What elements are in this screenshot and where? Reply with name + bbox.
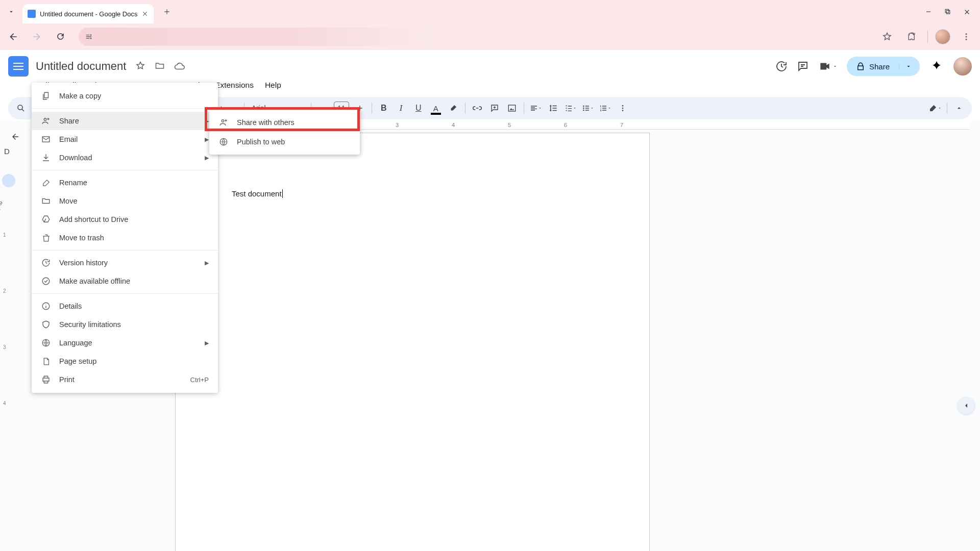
add-comment-button[interactable] — [487, 101, 502, 116]
menu-shortcut: Ctrl+P — [190, 376, 209, 384]
maximize-button[interactable] — [944, 8, 951, 16]
docs-home-button[interactable] — [8, 56, 29, 77]
share-button[interactable]: Share — [847, 57, 920, 76]
address-bar[interactable] — [79, 28, 436, 46]
italic-button[interactable]: I — [394, 101, 409, 116]
file-menu-download[interactable]: Download ▶ — [32, 148, 218, 167]
file-menu-security[interactable]: Security limitations — [32, 315, 218, 334]
reload-button[interactable] — [52, 29, 68, 45]
menu-label: Share with others — [237, 118, 295, 127]
insert-link-button[interactable] — [470, 101, 485, 116]
menu-label: Details — [59, 302, 82, 310]
svg-point-8 — [583, 108, 584, 109]
file-dropdown-menu: Make a copy Share ▶ Email ▶ Download ▶ R… — [32, 83, 218, 393]
extensions-button[interactable] — [903, 28, 920, 45]
image-icon — [507, 104, 517, 113]
file-menu-trash[interactable]: Move to trash — [32, 229, 218, 247]
highlight-button[interactable] — [446, 101, 461, 116]
browser-tab[interactable]: Untitled document - Google Docs — [22, 4, 154, 23]
numbered-list-button[interactable] — [598, 101, 613, 116]
comments-button[interactable] — [797, 60, 809, 72]
file-menu-print[interactable]: Print Ctrl+P — [32, 370, 218, 389]
svg-point-15 — [42, 278, 50, 285]
share-dropdown-button[interactable] — [899, 63, 918, 69]
menu-help[interactable]: Help — [260, 80, 286, 91]
shield-icon — [41, 319, 51, 330]
video-icon — [818, 60, 831, 73]
checklist-button[interactable] — [563, 101, 578, 116]
link-icon — [473, 104, 482, 113]
page-icon — [41, 356, 51, 366]
file-menu-version-history[interactable]: Version history ▶ — [32, 254, 218, 272]
line-spacing-button[interactable] — [546, 101, 561, 116]
menu-label: Print — [59, 375, 75, 384]
collapse-toolbar-button[interactable] — [951, 101, 967, 116]
editing-mode-button[interactable] — [927, 101, 943, 116]
file-menu-rename[interactable]: Rename — [32, 173, 218, 192]
google-docs-app: Untitled document Share — [0, 50, 980, 551]
close-tab-button[interactable] — [141, 10, 149, 17]
forward-button[interactable] — [29, 29, 45, 45]
svg-point-10 — [622, 105, 623, 107]
file-menu-language[interactable]: Language ▶ — [32, 334, 218, 352]
share-submenu: Share with others Publish to web — [209, 110, 360, 155]
document-page[interactable]: Test document — [175, 133, 650, 551]
cloud-status-button[interactable] — [174, 61, 185, 72]
submenu-publish-to-web[interactable]: Publish to web — [209, 132, 360, 152]
underline-button[interactable]: U — [411, 101, 426, 116]
insert-image-button[interactable] — [504, 101, 520, 116]
cloud-icon — [174, 61, 185, 72]
tab-indicator-dot[interactable] — [2, 174, 15, 187]
version-history-button[interactable] — [775, 60, 788, 72]
email-icon — [41, 134, 51, 144]
submenu-share-with-others[interactable]: Share with others — [209, 113, 360, 132]
submenu-arrow-icon: ▶ — [205, 118, 209, 124]
browser-toolbar — [0, 23, 980, 50]
file-menu-move[interactable]: Move — [32, 192, 218, 210]
more-format-button[interactable] — [615, 101, 630, 116]
new-tab-button[interactable] — [163, 8, 171, 16]
gemini-button[interactable] — [929, 59, 944, 74]
bookmark-button[interactable] — [878, 28, 896, 45]
file-menu-share[interactable]: Share ▶ — [32, 112, 218, 130]
menu-label: Download — [59, 154, 92, 162]
browser-profile-button[interactable] — [935, 29, 950, 44]
person-add-icon — [41, 116, 51, 126]
close-window-button[interactable] — [963, 8, 971, 16]
bold-button[interactable]: B — [376, 101, 391, 116]
chevron-down-icon — [905, 63, 912, 69]
sparkle-icon — [930, 60, 943, 73]
download-icon — [41, 153, 51, 163]
align-button[interactable] — [528, 101, 544, 116]
account-avatar-button[interactable] — [953, 57, 972, 76]
text-color-button[interactable]: A — [428, 101, 444, 116]
menu-label: Language — [59, 339, 92, 347]
bullet-list-button[interactable] — [580, 101, 596, 116]
outline-back-button[interactable] — [11, 132, 20, 141]
chevron-down-icon — [538, 106, 542, 110]
file-menu-offline[interactable]: Make available offline — [32, 272, 218, 290]
meet-button[interactable] — [818, 60, 838, 73]
file-menu-email[interactable]: Email ▶ — [32, 130, 218, 148]
star-document-button[interactable] — [135, 61, 145, 72]
minimize-button[interactable] — [925, 8, 932, 16]
chevron-down-icon — [573, 106, 577, 110]
tabs-dropdown-button[interactable] — [4, 5, 18, 19]
file-menu-details[interactable]: Details — [32, 297, 218, 315]
file-menu-page-setup[interactable]: Page setup — [32, 352, 218, 370]
file-menu-add-shortcut[interactable]: Add shortcut to Drive — [32, 210, 218, 229]
browser-menu-button[interactable] — [958, 28, 975, 45]
lock-icon — [856, 62, 865, 71]
offline-icon — [41, 276, 51, 286]
move-document-button[interactable] — [155, 61, 165, 72]
share-label: Share — [869, 62, 890, 71]
explore-button[interactable] — [958, 397, 975, 414]
chevron-up-icon — [955, 104, 963, 112]
menu-label: Make a copy — [59, 92, 101, 100]
document-title[interactable]: Untitled document — [36, 60, 126, 73]
arrow-left-icon — [8, 32, 18, 42]
kebab-icon — [619, 104, 627, 112]
search-menus-button[interactable] — [13, 101, 29, 116]
back-button[interactable] — [5, 29, 21, 45]
file-menu-make-copy[interactable]: Make a copy — [32, 87, 218, 105]
